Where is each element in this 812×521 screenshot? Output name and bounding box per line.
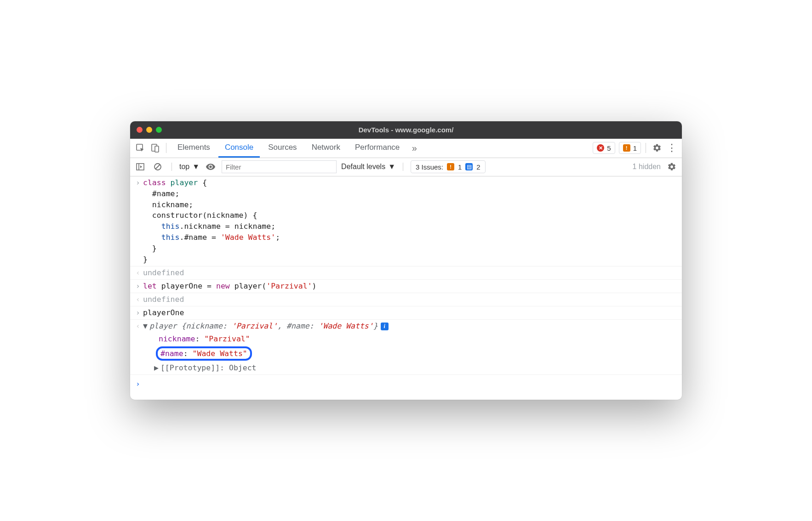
- code-line: playerOne: [143, 307, 677, 318]
- more-tabs-icon[interactable]: »: [408, 142, 421, 154]
- prop-value: "Parzival": [204, 334, 250, 343]
- sidebar-toggle-icon[interactable]: [134, 160, 147, 173]
- issues-button[interactable]: 3 Issues: ! 1 ▤ 2: [411, 160, 486, 173]
- divider: [172, 163, 172, 171]
- inspect-element-icon[interactable]: [134, 142, 147, 154]
- divider: [646, 143, 646, 153]
- issues-info-count: 2: [476, 163, 480, 171]
- console-input-row[interactable]: › class player { #name; nickname; constr…: [130, 176, 682, 266]
- tab-performance[interactable]: Performance: [349, 138, 406, 158]
- console-output-row: ‹ undefined: [130, 293, 682, 306]
- context-selector[interactable]: top ▼: [179, 163, 200, 171]
- console-settings-icon[interactable]: [665, 160, 678, 173]
- object-summary[interactable]: ▼player {nickname: 'Parzival', #name: 'W…: [143, 321, 677, 332]
- warning-count-badge[interactable]: ! 1: [619, 142, 641, 154]
- input-chevron-icon: ›: [133, 281, 143, 292]
- tab-network[interactable]: Network: [305, 138, 347, 158]
- undefined-value: undefined: [143, 268, 184, 277]
- prop-value: "Wade Watts": [193, 349, 247, 358]
- console-toolbar: top ▼ Default levels ▼ 3 Issues: ! 1 ▤ 2…: [130, 158, 682, 176]
- output-chevron-icon: ‹: [133, 294, 143, 305]
- live-expression-icon[interactable]: [204, 160, 217, 173]
- close-icon[interactable]: [137, 127, 143, 133]
- warning-icon: !: [623, 144, 630, 152]
- prop-key: #name: [160, 349, 183, 358]
- console-output: › class player { #name; nickname; constr…: [130, 176, 682, 400]
- code-block: class player { #name; nickname; construc…: [143, 177, 677, 265]
- error-count-badge[interactable]: ✕ 5: [593, 142, 615, 154]
- settings-icon[interactable]: [651, 142, 663, 154]
- tab-sources[interactable]: Sources: [262, 138, 303, 158]
- filter-input[interactable]: [222, 160, 337, 173]
- chevron-down-icon: ▼: [388, 163, 395, 171]
- issues-warn-count: 1: [458, 163, 462, 171]
- divider: [403, 163, 403, 171]
- object-property-row[interactable]: #name: "Wade Watts": [130, 345, 682, 362]
- titlebar: DevTools - www.google.com/: [130, 121, 682, 139]
- input-chevron-icon: ›: [133, 307, 143, 318]
- chevron-down-icon: ▼: [192, 163, 200, 171]
- expand-right-icon[interactable]: ▶: [154, 362, 159, 374]
- minimize-icon[interactable]: [146, 127, 152, 133]
- context-value: top: [179, 163, 189, 171]
- highlight-annotation: #name: "Wade Watts": [156, 346, 252, 361]
- expand-down-icon[interactable]: ▼: [143, 321, 148, 332]
- traffic-lights: [137, 127, 162, 133]
- devtools-window: DevTools - www.google.com/ Elements Cons…: [130, 121, 682, 400]
- levels-value: Default levels: [341, 163, 385, 171]
- main-tabbar: Elements Console Sources Network Perform…: [130, 139, 682, 158]
- tab-console[interactable]: Console: [218, 138, 260, 158]
- error-count: 5: [607, 144, 611, 152]
- log-levels-selector[interactable]: Default levels ▼: [341, 163, 395, 171]
- input-chevron-icon: ›: [133, 177, 143, 265]
- hidden-count: 1 hidden: [633, 163, 661, 171]
- kebab-menu-icon[interactable]: ⋮: [665, 142, 678, 154]
- object-prototype-row[interactable]: ▶[[Prototype]]: Object: [130, 362, 682, 375]
- warning-icon: !: [447, 163, 454, 170]
- warning-count: 1: [633, 144, 637, 152]
- svg-rect-2: [155, 146, 159, 152]
- console-prompt[interactable]: ›: [130, 375, 682, 393]
- output-chevron-icon: ‹: [133, 321, 143, 332]
- window-title: DevTools - www.google.com/: [130, 126, 682, 134]
- issues-label: 3 Issues:: [416, 163, 443, 171]
- svg-line-6: [155, 164, 160, 169]
- prompt-chevron-icon: ›: [133, 379, 143, 390]
- device-toolbar-icon[interactable]: [149, 142, 161, 154]
- divider: [166, 143, 166, 153]
- output-chevron-icon: ‹: [133, 267, 143, 278]
- prototype-label: [[Prototype]]: Object: [160, 363, 257, 372]
- console-input-row[interactable]: › let playerOne = new player('Parzival'): [130, 280, 682, 293]
- tab-elements[interactable]: Elements: [171, 138, 217, 158]
- prop-key: nickname: [159, 334, 195, 343]
- zoom-icon[interactable]: [156, 127, 162, 133]
- error-icon: ✕: [597, 144, 604, 152]
- clear-console-icon[interactable]: [151, 160, 164, 173]
- info-icon: ▤: [465, 163, 473, 170]
- object-property-row[interactable]: nickname: "Parzival": [130, 333, 682, 345]
- console-output-row: ‹ undefined: [130, 266, 682, 280]
- code-line: let playerOne = new player('Parzival'): [143, 281, 677, 292]
- undefined-value: undefined: [143, 295, 184, 304]
- console-output-row: ‹ ▼player {nickname: 'Parzival', #name: …: [130, 320, 682, 333]
- info-badge-icon[interactable]: i: [381, 323, 389, 330]
- console-input-row[interactable]: › playerOne: [130, 306, 682, 320]
